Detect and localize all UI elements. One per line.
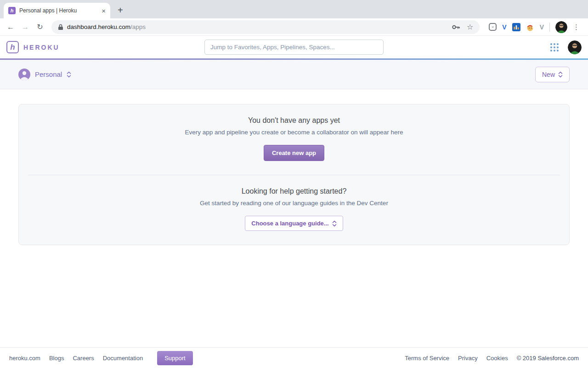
- forward-icon[interactable]: [19, 23, 31, 31]
- chevron-updown-icon: [67, 71, 71, 78]
- no-apps-subtitle: Every app and pipeline you create or bec…: [28, 129, 560, 136]
- dashboard-subheader: Personal New: [0, 60, 588, 89]
- toolbar-separator: [549, 23, 550, 32]
- footer-link-cookies[interactable]: Cookies: [486, 355, 508, 362]
- bookmark-star-icon[interactable]: [467, 23, 473, 31]
- footer-link-terms[interactable]: Terms of Service: [405, 355, 449, 362]
- url-text: dashboard.heroku.com/apps: [67, 23, 146, 30]
- footer-link-blogs[interactable]: Blogs: [49, 355, 64, 362]
- address-bar[interactable]: dashboard.heroku.com/apps: [51, 20, 480, 34]
- no-apps-title: You don't have any apps yet: [28, 116, 560, 125]
- analytics-extension-icon[interactable]: [512, 23, 520, 31]
- new-button-label: New: [542, 71, 555, 78]
- footer-link-careers[interactable]: Careers: [73, 355, 94, 362]
- vimium-extension-icon[interactable]: V: [502, 23, 506, 31]
- apps-grid-icon[interactable]: [550, 43, 559, 52]
- account-avatar[interactable]: [568, 40, 582, 54]
- heroku-logo[interactable]: h HEROKU: [6, 41, 60, 53]
- heroku-header: h HEROKU: [0, 36, 588, 58]
- personal-account-icon: [18, 69, 30, 80]
- jump-to-search-input[interactable]: [204, 40, 384, 55]
- browser-profile-avatar[interactable]: [555, 21, 567, 33]
- footer-link-documentation[interactable]: Documentation: [103, 355, 143, 362]
- no-apps-section: You don't have any apps yet Every app an…: [19, 104, 569, 175]
- url-host: dashboard.heroku.com: [67, 23, 130, 30]
- empty-state-card: You don't have any apps yet Every app an…: [18, 104, 570, 245]
- choose-language-guide-label: Choose a language guide...: [251, 220, 328, 227]
- main-content: You don't have any apps yet Every app an…: [0, 104, 588, 245]
- help-section: Looking for help getting started? Get st…: [19, 175, 569, 245]
- support-button[interactable]: Support: [157, 351, 193, 365]
- new-tab-button[interactable]: [118, 5, 123, 16]
- tab-title: Personal apps | Heroku: [19, 7, 98, 14]
- browser-tab[interactable]: h Personal apps | Heroku: [4, 3, 110, 18]
- help-title: Looking for help getting started?: [28, 187, 560, 196]
- new-button[interactable]: New: [535, 67, 570, 82]
- chevron-updown-icon: [332, 220, 337, 227]
- tab-close-icon[interactable]: [102, 7, 106, 15]
- heroku-wordmark: HEROKU: [23, 44, 60, 51]
- footer: heroku.com Blogs Careers Documentation S…: [0, 347, 588, 368]
- help-subtitle: Get started by reading one of our langua…: [28, 200, 560, 207]
- back-icon[interactable]: [5, 23, 17, 31]
- team-switcher[interactable]: Personal: [18, 69, 71, 80]
- footer-copyright: © 2019 Salesforce.com: [517, 355, 579, 362]
- browser-toolbar: dashboard.heroku.com/apps V V: [0, 18, 588, 36]
- santa-extension-icon[interactable]: [526, 23, 534, 31]
- url-path: /apps: [130, 23, 146, 30]
- vue-extension-icon[interactable]: V: [540, 23, 544, 31]
- choose-language-guide-button[interactable]: Choose a language guide...: [245, 216, 343, 231]
- footer-link-privacy[interactable]: Privacy: [458, 355, 478, 362]
- extensions-area: V V: [485, 21, 583, 33]
- footer-link-heroku-com[interactable]: heroku.com: [9, 355, 40, 362]
- browser-tab-bar: h Personal apps | Heroku: [0, 0, 588, 18]
- heroku-logo-icon: h: [6, 41, 19, 53]
- heroku-favicon-icon: h: [8, 7, 16, 14]
- reload-icon[interactable]: [34, 23, 46, 31]
- pocket-extension-icon[interactable]: [489, 23, 497, 31]
- create-new-app-button[interactable]: Create new app: [264, 145, 324, 161]
- password-key-icon[interactable]: [452, 24, 460, 30]
- browser-menu-icon[interactable]: [573, 23, 580, 31]
- chevron-updown-icon: [558, 71, 563, 78]
- team-name: Personal: [35, 70, 62, 78]
- lock-icon: [58, 24, 63, 30]
